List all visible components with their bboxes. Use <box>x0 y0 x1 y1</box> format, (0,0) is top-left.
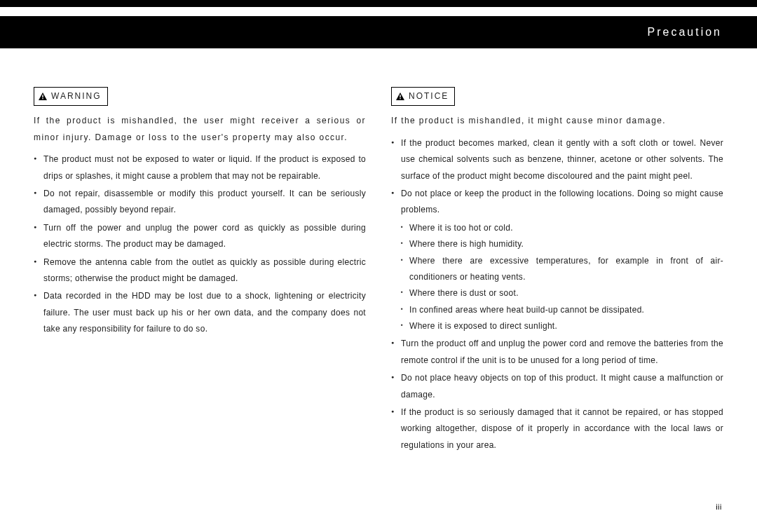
list-item: Where there is high humidity. <box>401 236 723 252</box>
page-body: WARNING If the product is mishandled, th… <box>0 48 757 455</box>
warning-box: WARNING <box>34 87 108 106</box>
warning-label: WARNING <box>51 88 102 104</box>
left-column: WARNING If the product is mishandled, th… <box>34 87 366 455</box>
list-item: Where there are excessive temperatures, … <box>401 253 723 286</box>
list-item: Do not place or keep the product in the … <box>391 186 723 335</box>
svg-rect-5 <box>400 98 400 99</box>
sub-list: Where it is too hot or cold. Where there… <box>401 220 723 335</box>
list-item: Do not repair, disassemble or modify thi… <box>34 186 366 219</box>
list-item: Do not place heavy objects on top of thi… <box>391 370 723 403</box>
list-item-text: Do not place or keep the product in the … <box>401 189 723 214</box>
notice-label: NOTICE <box>409 88 449 104</box>
warning-icon <box>39 93 47 100</box>
list-item: In confined areas where heat build-up ca… <box>401 302 723 318</box>
notice-list: If the product becomes marked, clean it … <box>391 135 723 453</box>
list-item: Where there is dust or soot. <box>401 285 723 301</box>
warning-intro: If the product is mishandled, the user m… <box>34 113 366 146</box>
notice-box: NOTICE <box>391 87 455 106</box>
list-item: Where it is exposed to direct sunlight. <box>401 318 723 334</box>
right-column: NOTICE If the product is mishandled, it … <box>391 87 723 455</box>
svg-rect-1 <box>42 95 43 97</box>
header-bar: Precaution <box>0 16 757 48</box>
page-title: Precaution <box>648 26 723 39</box>
svg-rect-2 <box>42 98 43 99</box>
warning-icon <box>396 93 404 100</box>
list-item: If the product becomes marked, clean it … <box>391 135 723 184</box>
page-number: iii <box>716 503 722 511</box>
list-item: The product must not be exposed to water… <box>34 151 366 184</box>
list-item: Data recorded in the HDD may be lost due… <box>34 288 366 337</box>
notice-intro: If the product is mishandled, it might c… <box>391 113 723 129</box>
list-item: Where it is too hot or cold. <box>401 220 723 236</box>
svg-rect-4 <box>400 95 400 97</box>
list-item: Remove the antenna cable from the outlet… <box>34 254 366 287</box>
list-item: Turn the product off and unplug the powe… <box>391 336 723 369</box>
list-item: If the product is so seriously damaged t… <box>391 404 723 453</box>
warning-list: The product must not be exposed to water… <box>34 151 366 337</box>
list-item: Turn off the power and unplug the power … <box>34 220 366 253</box>
top-border <box>0 0 757 7</box>
